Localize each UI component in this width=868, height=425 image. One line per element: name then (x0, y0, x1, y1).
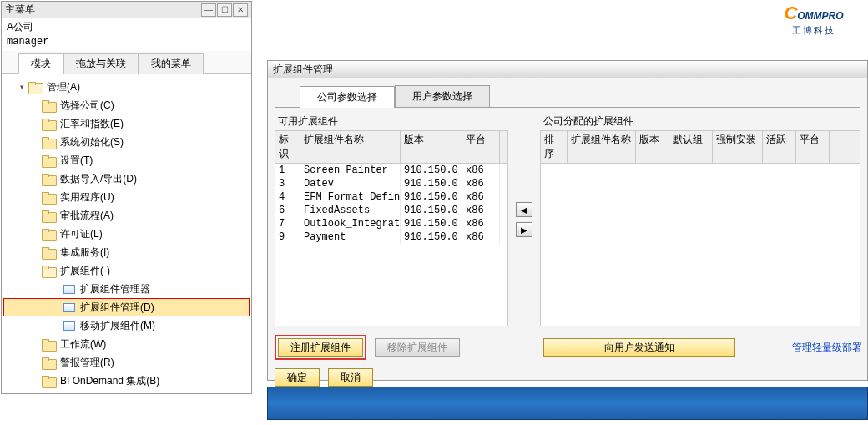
remove-ext-button[interactable]: 移除扩展组件 (375, 338, 460, 357)
col-platform[interactable]: 平台 (796, 131, 830, 163)
col-active[interactable]: 活跃 (763, 131, 796, 163)
folder-icon (42, 210, 55, 221)
folder-icon (42, 376, 55, 387)
tree-item[interactable]: 汇率和指数(E) (3, 114, 250, 133)
ok-button[interactable]: 确定 (275, 368, 320, 387)
tree-item[interactable]: 警报管理(R) (3, 353, 250, 372)
brand-logo: COMMPRO 工博科技 (760, 2, 868, 37)
cancel-button[interactable]: 取消 (328, 368, 373, 387)
content-titlebar[interactable]: 扩展组件管理 (267, 60, 868, 78)
table-row[interactable]: 1Screen Painter910.150.0x86 (275, 164, 507, 177)
window-min-icon[interactable]: — (201, 3, 216, 17)
folder-icon (42, 229, 55, 240)
highlight-register: 注册扩展组件 (275, 335, 366, 360)
move-left-button[interactable]: ◀ (516, 202, 532, 217)
folder-icon (42, 339, 55, 350)
tree-item[interactable]: 实用程序(U) (3, 188, 250, 206)
tab-mymenu[interactable]: 我的菜单 (139, 53, 204, 74)
col-version[interactable]: 版本 (636, 131, 669, 163)
notify-users-button[interactable]: 向用户发送通知 (543, 338, 735, 357)
table-row[interactable]: 4EFM Format Defini910.150.0x86 (275, 190, 507, 204)
col-name[interactable]: 扩展组件名称 (300, 131, 401, 163)
folder-icon (42, 155, 55, 166)
tab-drag[interactable]: 拖放与关联 (63, 53, 139, 74)
tree-item[interactable]: 审批流程(A) (3, 206, 250, 225)
document-icon (63, 303, 75, 312)
tab-company-params[interactable]: 公司参数选择 (300, 86, 395, 108)
folder-icon (28, 82, 42, 93)
tree-item[interactable]: 设置(T) (3, 151, 250, 169)
folder-icon (42, 266, 55, 276)
table-row[interactable]: 3Datev910.150.0x86 (275, 177, 507, 190)
window-close-icon[interactable]: ✕ (233, 3, 248, 17)
col-version[interactable]: 版本 (401, 131, 462, 163)
param-tabs: 公司参数选择 用户参数选择 (275, 85, 860, 107)
main-menu-title: 主菜单 (5, 3, 200, 17)
content-title: 扩展组件管理 (273, 63, 333, 77)
tree-item-ext-manager[interactable]: 扩展组件管理器 (3, 280, 250, 298)
folder-icon (42, 247, 55, 258)
module-tree: ▾ 管理(A) 选择公司(C) 汇率和指数(E) 系统初始化(S) 设置(T) … (2, 74, 251, 393)
tree-item[interactable]: 系统初始化(S) (3, 133, 250, 151)
tree-root-admin[interactable]: ▾ 管理(A) (3, 78, 250, 96)
user-name: manager (2, 36, 251, 51)
tab-user-params[interactable]: 用户参数选择 (395, 85, 490, 107)
tab-modules[interactable]: 模块 (18, 53, 63, 74)
available-ext-label: 可用扩展组件 (275, 113, 508, 130)
col-name[interactable]: 扩展组件名称 (568, 131, 636, 163)
tree-item[interactable]: 许可证(L) (3, 225, 250, 243)
available-ext-grid[interactable]: 标识 扩展组件名称 版本 平台 1Screen Painter910.150.0… (275, 130, 508, 326)
company-name: A公司 (2, 18, 251, 36)
tree-item-ext-mobile[interactable]: 移动扩展组件(M) (3, 316, 250, 335)
main-menu-titlebar[interactable]: 主菜单 — ☐ ✕ (2, 2, 251, 18)
folder-icon (42, 100, 55, 111)
tree-item[interactable]: BI OnDemand 集成(B) (3, 372, 250, 390)
folder-icon (42, 119, 55, 129)
folder-icon (42, 357, 55, 368)
collapse-icon[interactable]: ▾ (17, 82, 27, 92)
tree-item-ext-manage-selected[interactable]: 扩展组件管理(D) (3, 298, 250, 316)
tree-item[interactable]: 工作流(W) (3, 335, 250, 353)
assigned-ext-grid[interactable]: 排序 扩展组件名称 版本 默认组 强制安装 活跃 平台 (540, 130, 860, 326)
tree-item[interactable]: 集成服务(I) (3, 243, 250, 261)
taskbar-strip (267, 387, 868, 420)
folder-icon (42, 137, 55, 148)
document-icon (63, 285, 75, 294)
folder-icon (42, 174, 55, 185)
col-order[interactable]: 排序 (541, 131, 568, 163)
col-platform[interactable]: 平台 (462, 131, 500, 163)
col-force[interactable]: 强制安装 (713, 131, 763, 163)
tree-item[interactable]: 数据导入/导出(D) (3, 169, 250, 188)
tree-item-extensions[interactable]: 扩展组件(-) (3, 261, 250, 280)
table-row[interactable]: 6FixedAssets910.150.0x86 (275, 204, 507, 217)
main-menu-window: 主菜单 — ☐ ✕ A公司 manager 模块 拖放与关联 我的菜单 ▾ 管理… (1, 1, 252, 394)
document-icon (63, 321, 75, 331)
table-row[interactable]: 9Payment910.150.0x86 (275, 230, 507, 244)
col-id[interactable]: 标识 (275, 131, 300, 163)
assigned-ext-label: 公司分配的扩展组件 (540, 113, 860, 130)
manage-lightweight-link[interactable]: 管理轻量级部署 (792, 341, 862, 355)
tree-item[interactable]: 选择公司(C) (3, 96, 250, 114)
move-right-button[interactable]: ▶ (516, 222, 532, 237)
window-max-icon[interactable]: ☐ (217, 3, 232, 17)
extension-manage-window: 扩展组件管理 公司参数选择 用户参数选择 可用扩展组件 标识 扩展组件名称 版本… (267, 60, 868, 381)
folder-icon (42, 192, 55, 203)
main-menu-tabs: 模块 拖放与关联 我的菜单 (2, 51, 251, 74)
register-ext-button[interactable]: 注册扩展组件 (278, 338, 363, 357)
col-default[interactable]: 默认组 (669, 131, 713, 163)
table-row[interactable]: 7Outlook_Integrati910.150.0x86 (275, 217, 507, 230)
